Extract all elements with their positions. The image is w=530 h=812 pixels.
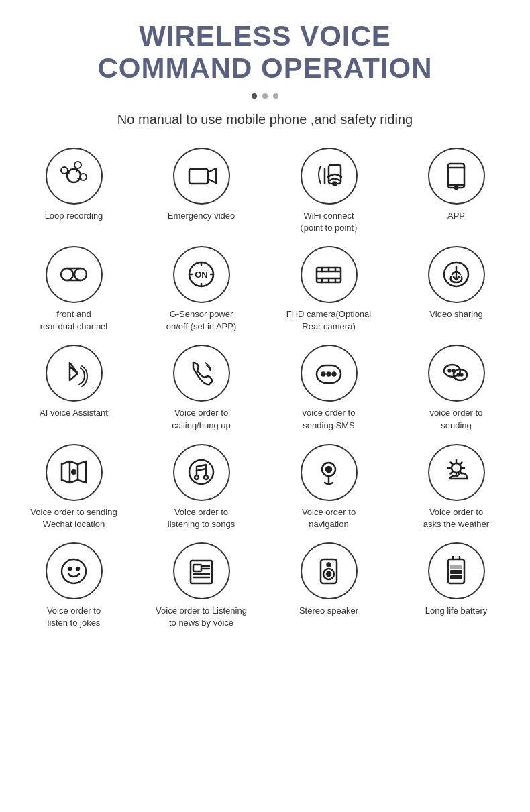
feature-item-sms: voice order to sending SMS xyxy=(268,345,389,431)
video-sharing-icon xyxy=(428,246,485,303)
pagination-dots xyxy=(252,93,278,99)
sms-icon xyxy=(301,345,358,402)
svg-text:ON: ON xyxy=(195,270,208,280)
svg-point-39 xyxy=(333,372,336,375)
gsensor-label: G-Sensor power on/off (set in APP) xyxy=(166,308,237,333)
dot-3 xyxy=(273,93,278,99)
svg-line-61 xyxy=(460,463,462,465)
svg-point-11 xyxy=(333,182,337,186)
loop-recording-icon xyxy=(46,148,103,205)
feature-item-gsensor: ON G-Sensor power on/off (set in APP) xyxy=(141,246,262,333)
weather-icon xyxy=(428,444,485,501)
wifi-connect-icon xyxy=(301,148,358,205)
ai-voice-label: AI voice Assistant xyxy=(40,407,108,419)
jokes-icon xyxy=(46,542,103,599)
loop-recording-label: Loop recording xyxy=(45,210,103,222)
svg-point-45 xyxy=(461,373,463,375)
svg-point-2 xyxy=(74,162,81,168)
svg-point-48 xyxy=(71,469,76,475)
feature-item-front-rear: front and rear dual channel xyxy=(13,246,134,333)
weather-label: Voice order to asks the weather xyxy=(423,506,489,530)
feature-item-songs: Voice order to listening to songs xyxy=(141,444,262,530)
dot-1 xyxy=(252,93,257,99)
svg-point-66 xyxy=(76,567,79,570)
feature-item-news: Voice order to Listening to news by voic… xyxy=(141,542,262,629)
emergency-video-label: Emergency video xyxy=(168,210,235,222)
feature-item-weather: Voice order to asks the weather xyxy=(396,444,517,530)
svg-rect-82 xyxy=(450,565,462,569)
svg-point-65 xyxy=(68,567,71,570)
svg-point-49 xyxy=(189,460,213,484)
news-label: Voice order to Listening to news by voic… xyxy=(156,605,247,629)
gsensor-icon: ON xyxy=(173,246,230,303)
svg-point-15 xyxy=(455,186,458,189)
wechat-location-icon xyxy=(46,444,103,501)
svg-point-75 xyxy=(327,572,331,576)
svg-point-16 xyxy=(61,268,73,280)
svg-point-38 xyxy=(327,372,331,375)
subtitle: No manual to use mobile phone ,and safet… xyxy=(117,112,413,127)
svg-rect-81 xyxy=(450,570,462,574)
feature-item-emergency-video: Emergency video xyxy=(141,148,262,234)
svg-point-44 xyxy=(458,373,460,375)
dot-2 xyxy=(262,93,268,99)
video-sharing-label: Video sharing xyxy=(429,308,482,321)
emergency-video-icon xyxy=(173,148,230,205)
feature-item-loop-recording: Loop recording xyxy=(13,148,134,234)
fhd-camera-label: FHD camera(Optional Rear camera) xyxy=(286,308,371,333)
battery-icon xyxy=(428,542,485,599)
svg-line-52 xyxy=(197,469,206,471)
feature-item-wifi-connect: WiFi connect （point to point） xyxy=(268,148,389,234)
feature-item-app: APP xyxy=(396,148,517,234)
speaker-icon xyxy=(301,542,358,599)
svg-point-0 xyxy=(67,169,81,182)
fhd-camera-icon xyxy=(301,246,358,303)
feature-item-fhd-camera: FHD camera(Optional Rear camera) xyxy=(268,246,389,333)
sms-label: voice order to sending SMS xyxy=(303,407,356,431)
features-grid: Loop recording Emergency video WiFi conn… xyxy=(13,148,517,630)
feature-item-ai-voice: AI voice Assistant xyxy=(13,345,134,431)
wechat-location-label: Voice order to sending Wechat location xyxy=(30,506,117,530)
svg-rect-68 xyxy=(193,565,201,571)
svg-rect-7 xyxy=(189,169,208,184)
front-rear-label: front and rear dual channel xyxy=(40,308,107,333)
feature-item-navigation: Voice order to navigation xyxy=(268,444,389,530)
feature-item-video-sharing: Video sharing xyxy=(396,246,517,333)
feature-item-calling: Voice order to calling/hung up xyxy=(141,345,262,431)
feature-item-sending: voice order to sending xyxy=(396,345,517,431)
wifi-connect-label: WiFi connect （point to point） xyxy=(295,210,362,234)
app-label: APP xyxy=(447,210,465,222)
front-rear-icon xyxy=(46,246,103,303)
speaker-label: Stereo speaker xyxy=(299,605,358,617)
svg-marker-8 xyxy=(208,168,216,183)
feature-item-wechat-location: Voice order to sending Wechat location xyxy=(13,444,134,530)
songs-icon xyxy=(173,444,230,501)
navigation-icon xyxy=(301,444,358,501)
app-icon xyxy=(428,148,485,205)
svg-point-76 xyxy=(327,563,331,566)
calling-label: Voice order to calling/hung up xyxy=(172,407,230,431)
feature-item-jokes: Voice order to listen to jokes xyxy=(13,542,134,629)
songs-label: Voice order to listening to songs xyxy=(168,506,235,530)
sending-icon xyxy=(428,345,485,402)
battery-label: Long life battery xyxy=(425,605,488,617)
feature-item-battery: Long life battery xyxy=(396,542,517,629)
svg-point-41 xyxy=(449,369,451,371)
svg-line-4 xyxy=(64,173,69,174)
svg-point-64 xyxy=(62,559,86,583)
page-title: WIRELESS VOICE COMMAND OPERATION xyxy=(97,20,432,85)
calling-icon xyxy=(173,345,230,402)
navigation-label: Voice order to navigation xyxy=(302,506,356,530)
svg-point-17 xyxy=(74,268,87,280)
ai-voice-icon xyxy=(46,345,103,402)
svg-line-60 xyxy=(451,463,453,465)
feature-item-speaker: Stereo speaker xyxy=(268,542,389,629)
jokes-label: Voice order to listen to jokes xyxy=(47,605,101,629)
svg-line-62 xyxy=(451,472,453,474)
sending-label: voice order to sending xyxy=(430,407,483,431)
svg-point-54 xyxy=(326,467,331,472)
svg-rect-80 xyxy=(450,575,462,579)
news-icon xyxy=(173,542,230,599)
svg-point-37 xyxy=(322,372,325,375)
